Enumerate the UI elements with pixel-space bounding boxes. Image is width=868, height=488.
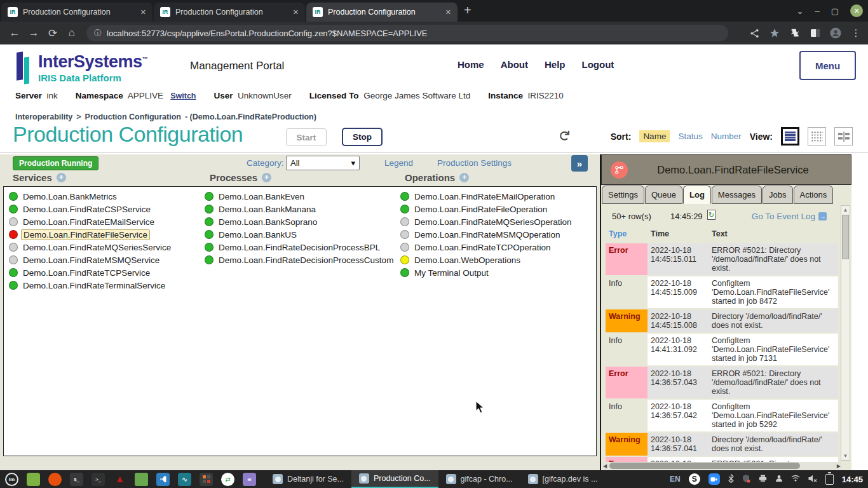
- operation-item[interactable]: Demo.Loan.FindRateMSMQOperation: [400, 228, 574, 241]
- notes-app-icon[interactable]: ≡: [243, 473, 256, 486]
- item-label[interactable]: Demo.Loan.FindRateDecisionProcessBPL: [217, 243, 382, 252]
- browser-tab-3-active[interactable]: IR Production Configuration ✕: [306, 3, 458, 22]
- item-label[interactable]: Demo.Loan.WebOperations: [412, 255, 522, 265]
- nav-logout-link[interactable]: Logout: [582, 59, 614, 70]
- item-label[interactable]: Demo.Loan.FindRateTCPService: [21, 268, 152, 278]
- legend-link[interactable]: Legend: [384, 158, 413, 168]
- process-item[interactable]: Demo.Loan.FindRateDecisionProcessCustom: [205, 254, 395, 266]
- panel-tab-jobs[interactable]: Jobs: [763, 186, 792, 204]
- nav-home-link[interactable]: Home: [458, 59, 484, 70]
- operation-item[interactable]: Demo.Loan.FindRateFileOperation: [400, 203, 574, 215]
- reload-button[interactable]: ⟳: [43, 27, 62, 40]
- add-service-button[interactable]: +: [57, 173, 66, 182]
- back-button[interactable]: ←: [5, 27, 24, 39]
- user-session-icon[interactable]: [775, 475, 783, 484]
- window-close-button[interactable]: ✕: [850, 4, 863, 17]
- vscode-icon[interactable]: [156, 473, 170, 486]
- service-item[interactable]: Demo.Loan.FindRateTCPService: [9, 266, 173, 279]
- item-label[interactable]: Demo.Loan.FindRateMQSeriesOperation: [412, 217, 574, 227]
- browser-tab-2[interactable]: IR Production Configuration ✕: [154, 3, 305, 22]
- process-item[interactable]: Demo.Loan.BankEven: [205, 190, 395, 203]
- firewall-shield-icon[interactable]: [742, 474, 750, 485]
- extensions-puzzle-icon[interactable]: [789, 27, 801, 39]
- panel-tab-queue[interactable]: Queue: [645, 186, 682, 204]
- scrollbar-thumb[interactable]: [609, 463, 800, 469]
- item-label[interactable]: Demo.Loan.FindRateMQSeriesService: [21, 243, 173, 252]
- operation-item[interactable]: Demo.Loan.WebOperations: [400, 254, 574, 266]
- terminal2-icon[interactable]: >_: [92, 473, 105, 486]
- add-operation-button[interactable]: +: [459, 173, 469, 182]
- panel-tab-actions[interactable]: Actions: [794, 186, 834, 204]
- operation-item[interactable]: Demo.Loan.FindRateTCPOperation: [400, 241, 574, 254]
- home-button[interactable]: ⌂: [62, 27, 81, 39]
- production-settings-link[interactable]: Production Settings: [437, 158, 512, 168]
- sort-by-name[interactable]: Name: [639, 130, 670, 142]
- service-item[interactable]: Demo.Loan.FindRateCSPService: [9, 203, 173, 215]
- service-item[interactable]: Demo.Loan.FindRateFileService: [9, 228, 173, 241]
- tab-close-icon[interactable]: ✕: [140, 8, 146, 17]
- expand-panel-button[interactable]: »: [571, 155, 588, 172]
- item-label[interactable]: Demo.Loan.FindRateCSPService: [21, 205, 153, 214]
- scrollbar-thumb[interactable]: [842, 215, 849, 259]
- window-minimize-button[interactable]: –: [815, 6, 819, 16]
- menu-button[interactable]: Menu: [799, 51, 856, 80]
- item-label[interactable]: Demo.Loan.BankManana: [217, 205, 318, 214]
- breadcrumb-interoperability-link[interactable]: Interoperability: [15, 112, 72, 121]
- item-label[interactable]: Demo.Loan.FindRateTerminalService: [21, 281, 167, 290]
- red-logo-icon[interactable]: ▲: [113, 473, 126, 486]
- taskbar-window-button[interactable]: Production Co...: [351, 470, 438, 488]
- volume-muted-icon[interactable]: [808, 475, 817, 484]
- mint-menu-icon[interactable]: lm: [5, 473, 18, 486]
- scroll-down-icon[interactable]: ▼: [841, 453, 850, 459]
- process-item[interactable]: Demo.Loan.BankManana: [205, 203, 395, 215]
- go-to-event-log-link[interactable]: Go To Event Log →: [752, 212, 827, 221]
- item-label[interactable]: Demo.Loan.BankMetrics: [21, 192, 119, 201]
- bookmark-star-icon[interactable]: [769, 27, 780, 39]
- item-label[interactable]: Demo.Loan.FindRateTCPOperation: [412, 243, 553, 252]
- calculator-icon[interactable]: [200, 473, 213, 486]
- service-item[interactable]: Demo.Loan.FindRateMSMQService: [9, 254, 173, 266]
- process-item[interactable]: Demo.Loan.BankSoprano: [205, 215, 395, 228]
- scroll-up-icon[interactable]: ▲: [841, 207, 850, 213]
- item-label[interactable]: Demo.Loan.FindRateFileOperation: [412, 205, 549, 214]
- waveform-app-icon[interactable]: ∿: [178, 473, 191, 486]
- item-label[interactable]: Demo.Loan.FindRateMSMQOperation: [412, 230, 562, 240]
- window-manager-icon[interactable]: [27, 473, 40, 486]
- files-folder-icon[interactable]: [135, 473, 148, 486]
- item-label[interactable]: Demo.Loan.FindRateEMailOperation: [412, 192, 557, 201]
- item-label[interactable]: My Terminal Output: [412, 268, 491, 278]
- panel-tab-settings[interactable]: Settings: [602, 186, 644, 204]
- item-label[interactable]: Demo.Loan.FindRateMSMQService: [21, 255, 161, 265]
- item-label[interactable]: Demo.Loan.BankUS: [217, 230, 299, 240]
- zoom-tray-icon[interactable]: [709, 473, 720, 485]
- service-item[interactable]: Demo.Loan.FindRateTerminalService: [9, 279, 173, 292]
- scroll-right-icon[interactable]: ▶: [837, 463, 841, 469]
- item-label[interactable]: Demo.Loan.BankEven: [217, 192, 306, 201]
- view-split-icon[interactable]: [834, 127, 853, 146]
- service-item[interactable]: Demo.Loan.BankMetrics: [9, 190, 173, 203]
- nav-help-link[interactable]: Help: [545, 59, 566, 70]
- add-process-button[interactable]: +: [262, 173, 271, 182]
- site-info-icon[interactable]: ⓘ: [94, 28, 102, 39]
- operation-item[interactable]: Demo.Loan.FindRateEMailOperation: [400, 190, 574, 203]
- tab-close-icon[interactable]: ✕: [445, 8, 451, 17]
- forward-button[interactable]: →: [24, 27, 43, 39]
- taskbar-window-button[interactable]: gifcap - Chro...: [438, 470, 520, 488]
- terminal-icon[interactable]: $_: [70, 473, 83, 486]
- skype-tray-icon[interactable]: S: [689, 473, 700, 485]
- service-item[interactable]: Demo.Loan.FindRateMQSeriesService: [9, 241, 173, 254]
- browser-tab-1[interactable]: IR Production Configuration ✕: [1, 3, 153, 22]
- service-item[interactable]: Demo.Loan.FindRateEMailService: [9, 215, 173, 228]
- sort-by-number[interactable]: Number: [711, 132, 742, 141]
- printer-icon[interactable]: [759, 475, 767, 484]
- process-item[interactable]: Demo.Loan.BankUS: [205, 228, 395, 241]
- view-list-icon[interactable]: [781, 127, 799, 146]
- category-select[interactable]: All ▾: [286, 156, 360, 170]
- sort-by-status[interactable]: Status: [678, 132, 702, 141]
- taskbar-window-button[interactable]: [gifcap.dev is ...: [520, 470, 606, 488]
- panel-tab-log[interactable]: Log: [683, 186, 711, 204]
- view-grid-icon[interactable]: [808, 127, 826, 146]
- tab-close-icon[interactable]: ✕: [293, 8, 299, 17]
- auto-refresh-icon[interactable]: ↻: [707, 210, 715, 220]
- new-tab-button[interactable]: +: [464, 3, 471, 18]
